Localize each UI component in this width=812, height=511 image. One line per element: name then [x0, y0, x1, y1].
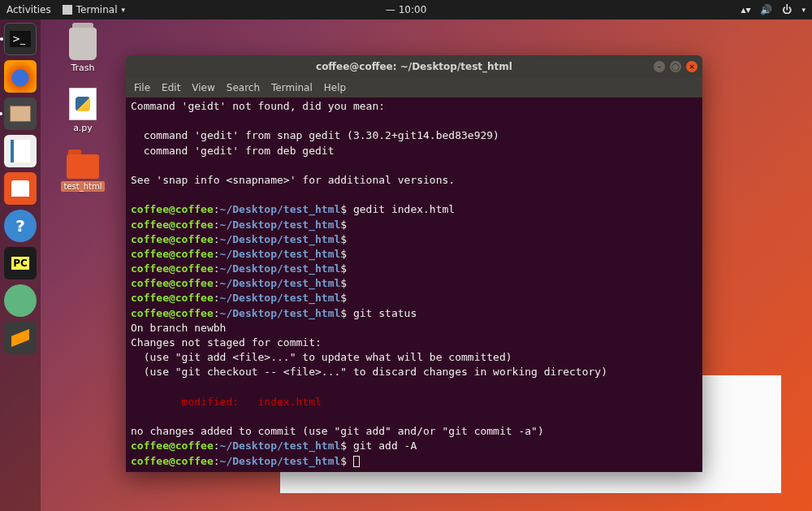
prompt-path: ~/Desktop/test_html [220, 233, 341, 245]
menu-view[interactable]: View [192, 82, 214, 93]
prompt-user: coffee@coffee [131, 455, 214, 467]
term-cmd: gedit index.html [353, 203, 455, 215]
term-line: command 'gedit' from deb gedit [131, 145, 334, 157]
terminal-titlebar[interactable]: coffee@coffee: ~/Desktop/test_html – ◯ × [126, 55, 702, 78]
clock-dash-icon: — [386, 4, 395, 15]
desktop-folder-test-html[interactable]: test_html [58, 148, 107, 192]
clock[interactable]: — 10:00 [386, 4, 427, 15]
prompt-path: ~/Desktop/test_html [220, 292, 341, 304]
term-line: See 'snap info <snapname>' for additiona… [131, 174, 455, 186]
prompt-user: coffee@coffee [131, 203, 214, 215]
dock-terminal[interactable]: >_ [4, 23, 37, 55]
desktop-folder-label: test_html [61, 181, 106, 192]
dock-ubuntu-software[interactable] [4, 172, 37, 205]
prompt-path: ~/Desktop/test_html [220, 203, 341, 215]
network-icon[interactable]: ▴▾ [741, 4, 750, 15]
window-minimize-button[interactable]: – [654, 61, 665, 72]
term-line: On branch newbh [131, 322, 226, 334]
prompt-path: ~/Desktop/test_html [220, 455, 341, 467]
dock-help[interactable]: ? [4, 210, 37, 242]
desktop-trash-label: Trash [71, 63, 94, 73]
chevron-down-icon: ▾ [121, 6, 125, 14]
prompt-user: coffee@coffee [131, 307, 214, 319]
terminal-title: coffee@coffee: ~/Desktop/test_html [316, 61, 512, 72]
system-menu-chevron-icon[interactable]: ▾ [801, 6, 806, 14]
folder-icon [67, 154, 99, 179]
terminal-body[interactable]: Command 'geidt' not found, did you mean:… [126, 97, 702, 472]
term-line: Command 'geidt' not found, did you mean: [131, 100, 385, 112]
prompt-user: coffee@coffee [131, 262, 214, 275]
terminal-icon [63, 5, 72, 15]
dock-sublime[interactable] [4, 322, 37, 354]
window-close-button[interactable]: × [686, 61, 698, 72]
python-file-icon [69, 88, 97, 120]
menu-terminal[interactable]: Terminal [271, 82, 313, 93]
prompt-path: ~/Desktop/test_html [220, 307, 341, 319]
menu-help[interactable]: Help [324, 82, 346, 93]
menu-file[interactable]: File [134, 82, 150, 93]
term-line: Changes not staged for commit: [131, 336, 322, 349]
prompt-path: ~/Desktop/test_html [220, 219, 341, 231]
prompt-user: coffee@coffee [131, 440, 214, 452]
launcher-dock: >_ ? PC [0, 19, 41, 511]
prompt-user: coffee@coffee [131, 233, 214, 245]
desktop-file-apy[interactable]: a.py [58, 88, 107, 133]
desktop-apy-label: a.py [73, 123, 93, 133]
prompt-path: ~/Desktop/test_html [220, 277, 341, 289]
prompt-path: ~/Desktop/test_html [220, 440, 341, 452]
dock-firefox[interactable] [4, 60, 37, 93]
top-bar: Activities Terminal ▾ — 10:00 ▴▾ 🔊 ⏻ ▾ [0, 0, 812, 19]
prompt-user: coffee@coffee [131, 219, 214, 231]
term-line: command 'gedit' from snap gedit (3.30.2+… [131, 129, 499, 141]
app-menu-label: Terminal [76, 4, 118, 15]
prompt-user: coffee@coffee [131, 277, 214, 289]
term-line: (use "git checkout -- <file>..." to disc… [131, 366, 607, 378]
dock-files[interactable] [4, 97, 37, 130]
dock-pycharm[interactable]: PC [4, 247, 37, 279]
power-icon[interactable]: ⏻ [782, 4, 792, 15]
window-maximize-button[interactable]: ◯ [670, 61, 681, 72]
menu-edit[interactable]: Edit [162, 82, 180, 93]
volume-icon[interactable]: 🔊 [760, 4, 772, 15]
terminal-cursor [353, 456, 360, 467]
dock-libreoffice-writer[interactable] [4, 135, 37, 167]
prompt-path: ~/Desktop/test_html [220, 262, 341, 275]
prompt-path: ~/Desktop/test_html [220, 248, 341, 260]
terminal-menubar: File Edit View Search Terminal Help [126, 78, 702, 97]
term-line: no changes added to commit (use "git add… [131, 425, 544, 437]
dock-atom[interactable] [4, 284, 37, 317]
desktop-trash[interactable]: Trash [58, 28, 107, 73]
term-line: (use "git add <file>..." to update what … [131, 351, 512, 363]
prompt-user: coffee@coffee [131, 292, 214, 304]
terminal-window: coffee@coffee: ~/Desktop/test_html – ◯ ×… [126, 55, 702, 472]
prompt-user: coffee@coffee [131, 248, 214, 260]
menu-search[interactable]: Search [227, 82, 260, 93]
term-cmd: git add -A [353, 440, 417, 452]
desktop-icons: Trash a.py test_html [58, 28, 107, 192]
app-menu[interactable]: Terminal ▾ [63, 4, 125, 15]
trash-icon [69, 28, 97, 60]
activities-button[interactable]: Activities [6, 4, 51, 15]
term-cmd: git status [353, 307, 417, 319]
term-modified: modified: index.html [131, 396, 322, 408]
clock-time: 10:00 [399, 4, 427, 15]
